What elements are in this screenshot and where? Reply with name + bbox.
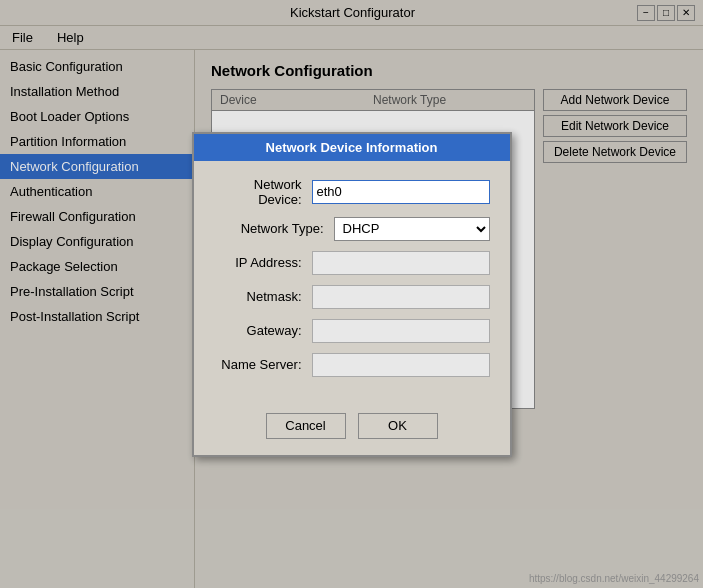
label-ip-address: IP Address: — [214, 255, 312, 270]
label-network-type: Network Type: — [214, 221, 334, 236]
form-row-name-server: Name Server: — [214, 353, 490, 377]
form-row-netmask: Netmask: — [214, 285, 490, 309]
form-row-network-device: Network Device: — [214, 177, 490, 207]
label-netmask: Netmask: — [214, 289, 312, 304]
cancel-button[interactable]: Cancel — [266, 413, 346, 439]
form-row-gateway: Gateway: — [214, 319, 490, 343]
form-row-network-type: Network Type: DHCP Static BOOTP — [214, 217, 490, 241]
dialog-body: Network Device: Network Type: DHCP Stati… — [194, 161, 510, 403]
form-row-ip-address: IP Address: — [214, 251, 490, 275]
select-network-type[interactable]: DHCP Static BOOTP — [334, 217, 490, 241]
dialog-overlay: Network Device Information Network Devic… — [0, 0, 703, 588]
input-network-device[interactable] — [312, 180, 490, 204]
dialog-buttons: Cancel OK — [194, 403, 510, 455]
input-name-server[interactable] — [312, 353, 490, 377]
dialog-title: Network Device Information — [194, 134, 510, 161]
label-gateway: Gateway: — [214, 323, 312, 338]
input-netmask[interactable] — [312, 285, 490, 309]
network-device-dialog: Network Device Information Network Devic… — [192, 132, 512, 457]
input-gateway[interactable] — [312, 319, 490, 343]
label-network-device: Network Device: — [214, 177, 312, 207]
input-ip-address[interactable] — [312, 251, 490, 275]
label-name-server: Name Server: — [214, 357, 312, 372]
ok-button[interactable]: OK — [358, 413, 438, 439]
